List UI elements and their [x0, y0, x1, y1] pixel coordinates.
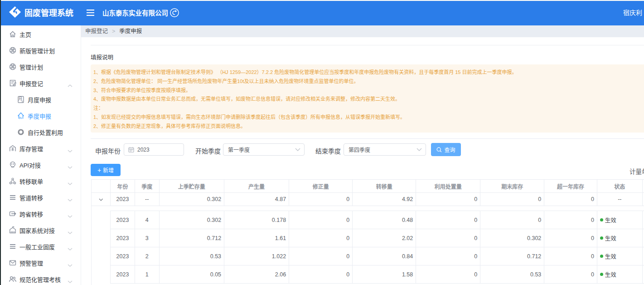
svg-text:月: 月: [18, 97, 22, 101]
